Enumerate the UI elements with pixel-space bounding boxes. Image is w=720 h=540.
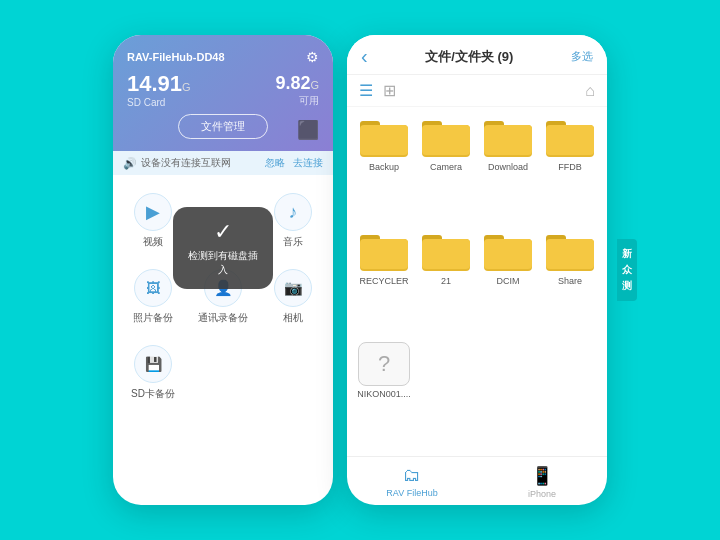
storage-size: 14.91: [127, 71, 182, 96]
tab-ravfilehub[interactable]: 🗂 RAV FileHub: [347, 463, 477, 501]
list-view-icon[interactable]: ☰: [359, 81, 373, 100]
sd-backup-label: SD卡备份: [131, 387, 175, 401]
photo-backup-label: 照片备份: [133, 311, 173, 325]
svg-rect-11: [546, 125, 594, 155]
available-label: 可用: [275, 94, 319, 108]
file-manage-button[interactable]: 文件管理: [178, 114, 268, 139]
speaker-icon: 🔊: [123, 157, 137, 170]
folder-label-download: Download: [488, 162, 528, 172]
folder-icon-recycler: [358, 229, 410, 273]
video-label: 视频: [143, 235, 163, 249]
popup-text: 检测到有磁盘插入: [187, 249, 259, 277]
music-icon: ♪: [274, 193, 312, 231]
left-phone: RAV-FileHub-DD48 ⚙ 14.91G SD Card 9.82G …: [113, 35, 333, 505]
brand-char-3: 测: [622, 279, 632, 293]
photo-backup-icon: 🖼: [134, 269, 172, 307]
folder-label-backup: Backup: [369, 162, 399, 172]
right-phone-header: ‹ 文件/文件夹 (9) 多选: [347, 35, 607, 75]
video-icon: ▶: [134, 193, 172, 231]
device-name: RAV-FileHub-DD48: [127, 51, 225, 63]
left-phone-header: RAV-FileHub-DD48 ⚙ 14.91G SD Card 9.82G …: [113, 35, 333, 151]
folder-item-21[interactable]: 21: [419, 229, 473, 335]
left-grid: ▶ 视频 ✓ 检测到有磁盘插入 ♪ 音乐 🖼 照片备份: [113, 175, 333, 417]
folder-item-ffdb[interactable]: FFDB: [543, 115, 597, 221]
folder-icon-dcim: [482, 229, 534, 273]
svg-rect-5: [422, 125, 470, 155]
folder-item-share[interactable]: Share: [543, 229, 597, 335]
disk-insert-popup: ✓ 检测到有磁盘插入: [173, 207, 273, 289]
storage-label: SD Card: [127, 97, 191, 108]
folder-icon-21: [420, 229, 472, 273]
folder-icon-download: [482, 115, 534, 159]
folder-icon-share: [544, 229, 596, 273]
folder-label-camera: Camera: [430, 162, 462, 172]
reconnect-link[interactable]: 去连接: [293, 156, 323, 170]
ravfilehub-label: RAV FileHub: [386, 488, 437, 498]
svg-rect-23: [546, 239, 594, 269]
svg-rect-8: [484, 125, 532, 155]
toolbar-icons: ☰ ⊞: [359, 81, 396, 100]
folder-item-dcim[interactable]: DCIM: [481, 229, 535, 335]
home-icon[interactable]: ⌂: [585, 82, 595, 100]
camera-label: 相机: [283, 311, 303, 325]
storage-unit: G: [182, 81, 191, 93]
multi-select-button[interactable]: 多选: [571, 49, 593, 64]
tablet-icon: ⬛: [297, 119, 319, 141]
folder-icon-camera: [420, 115, 472, 159]
folder-label-nikon: NIKON001....: [357, 389, 411, 399]
svg-rect-2: [360, 125, 408, 155]
brand-char-2: 众: [622, 263, 632, 277]
folder-label-recycler: RECYCLER: [359, 276, 408, 286]
folder-label-share: Share: [558, 276, 582, 286]
network-warning-text: 设备没有连接互联网: [141, 156, 231, 170]
check-icon: ✓: [214, 219, 232, 245]
brand-watermark: 新 众 测: [617, 239, 637, 301]
network-bar: 🔊 设备没有连接互联网 忽略 去连接: [113, 151, 333, 175]
folder-label-ffdb: FFDB: [558, 162, 582, 172]
svg-rect-14: [360, 239, 408, 269]
back-button[interactable]: ‹: [361, 45, 368, 68]
gear-icon[interactable]: ⚙: [306, 49, 319, 65]
folder-icon-backup: [358, 115, 410, 159]
disk-insert-popup-area: ✓ 检测到有磁盘插入: [191, 185, 255, 255]
ignore-link[interactable]: 忽略: [265, 156, 285, 170]
unknown-file-icon: ?: [358, 342, 410, 386]
camera-icon: 📷: [274, 269, 312, 307]
svg-rect-17: [422, 239, 470, 269]
available-unit: G: [310, 79, 319, 91]
tab-iphone[interactable]: 📱 iPhone: [477, 463, 607, 501]
folder-title: 文件/文件夹 (9): [425, 48, 513, 66]
right-toolbar: ☰ ⊞ ⌂: [347, 75, 607, 107]
grid-view-icon[interactable]: ⊞: [383, 81, 396, 100]
folder-label-21: 21: [441, 276, 451, 286]
iphone-icon: 📱: [531, 465, 553, 487]
iphone-label: iPhone: [528, 489, 556, 499]
right-footer: 🗂 RAV FileHub 📱 iPhone: [347, 456, 607, 505]
ravfilehub-icon: 🗂: [403, 465, 421, 486]
grid-item-sd-backup[interactable]: 💾 SD卡备份: [121, 337, 185, 407]
folder-item-camera[interactable]: Camera: [419, 115, 473, 221]
sd-backup-icon: 💾: [134, 345, 172, 383]
folder-item-backup[interactable]: Backup: [357, 115, 411, 221]
folder-item-recycler[interactable]: RECYCLER: [357, 229, 411, 335]
folder-icon-ffdb: [544, 115, 596, 159]
folder-label-dcim: DCIM: [497, 276, 520, 286]
svg-rect-20: [484, 239, 532, 269]
contacts-backup-label: 通讯录备份: [198, 311, 248, 325]
brand-char-1: 新: [622, 247, 632, 261]
right-phone: ‹ 文件/文件夹 (9) 多选 ☰ ⊞ ⌂: [347, 35, 607, 505]
folder-grid: Backup Camera: [347, 107, 607, 456]
music-label: 音乐: [283, 235, 303, 249]
available-size: 9.82: [275, 73, 310, 93]
folder-item-download[interactable]: Download: [481, 115, 535, 221]
folder-item-nikon[interactable]: ? NIKON001....: [357, 342, 411, 448]
